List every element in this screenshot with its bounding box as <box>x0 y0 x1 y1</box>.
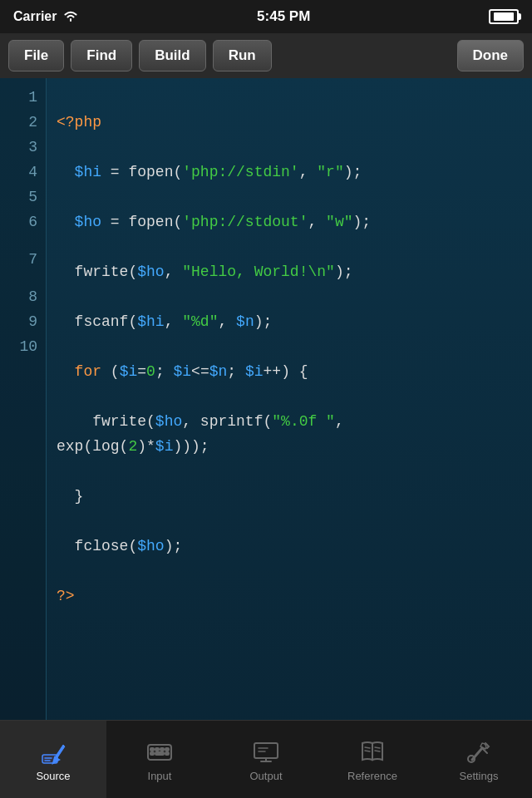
line-num-9: 9 <box>0 309 37 334</box>
toolbar: File Find Build Run Done <box>0 33 532 78</box>
settings-icon <box>464 736 494 766</box>
line-num-3: 3 <box>0 135 37 160</box>
svg-line-14 <box>365 747 370 748</box>
done-button[interactable]: Done <box>457 40 525 71</box>
battery-indicator <box>489 9 519 24</box>
line-num-4: 4 <box>0 160 37 185</box>
svg-rect-6 <box>150 752 154 755</box>
code-line-4: fwrite($ho, "Hello, World!\n"); <box>57 259 525 284</box>
tab-reference[interactable]: Reference <box>319 721 426 798</box>
source-tab-label: Source <box>36 770 70 782</box>
svg-rect-4 <box>160 748 164 751</box>
output-tab-label: Output <box>249 770 282 782</box>
svg-rect-5 <box>165 748 169 751</box>
code-line-10: ?> <box>57 584 525 608</box>
line-num-7: 7 <box>0 234 37 284</box>
code-line-7: fwrite($ho, sprintf("%.0f ", exp(log(2)*… <box>57 409 525 459</box>
tab-input[interactable]: Input <box>106 721 213 798</box>
line-num-6: 6 <box>0 209 37 234</box>
tab-output[interactable]: Output <box>213 721 319 798</box>
wifi-icon <box>63 11 78 22</box>
code-line-2: $hi = fopen('php://stdin', "r"); <box>57 160 525 185</box>
code-content[interactable]: <?php $hi = fopen('php://stdin', "r"); $… <box>47 78 532 760</box>
build-button[interactable]: Build <box>139 40 206 71</box>
code-line-1: <?php <box>57 110 525 135</box>
tab-bar: Source Input <box>0 720 532 798</box>
line-num-1: 1 <box>0 85 37 110</box>
code-line-3: $ho = fopen('php://stdout', "w"); <box>57 209 525 234</box>
run-button[interactable]: Run <box>213 40 272 71</box>
line-num-8: 8 <box>0 284 37 309</box>
code-line-9: fclose($ho); <box>57 534 525 559</box>
find-button[interactable]: Find <box>71 40 132 71</box>
output-icon <box>251 736 281 766</box>
line-num-10: 10 <box>0 334 37 359</box>
svg-rect-3 <box>155 748 159 751</box>
line-numbers: 1 2 3 4 5 6 7 8 9 10 <box>0 78 47 760</box>
svg-line-16 <box>375 747 380 748</box>
reference-tab-label: Reference <box>347 770 397 782</box>
svg-rect-7 <box>155 752 164 755</box>
settings-tab-label: Settings <box>460 770 499 782</box>
source-icon <box>38 736 68 766</box>
svg-rect-8 <box>165 752 169 755</box>
code-line-5: fscanf($hi, "%d", $n); <box>57 309 525 334</box>
svg-line-17 <box>375 751 380 751</box>
code-editor[interactable]: 1 2 3 4 5 6 7 8 9 10 <?php $hi = fopen('… <box>0 78 532 760</box>
status-bar: Carrier 5:45 PM <box>0 0 532 33</box>
code-line-6: for ($i=0; $i<=$n; $i++) { <box>57 359 525 384</box>
carrier-label: Carrier <box>13 9 78 24</box>
svg-line-15 <box>365 751 370 751</box>
line-num-5: 5 <box>0 185 37 209</box>
svg-rect-9 <box>254 743 278 758</box>
tab-settings[interactable]: Settings <box>426 721 532 798</box>
file-button[interactable]: File <box>8 40 64 71</box>
reference-icon <box>357 736 387 766</box>
line-num-2: 2 <box>0 110 37 135</box>
time-label: 5:45 PM <box>257 8 310 25</box>
svg-rect-2 <box>150 748 154 751</box>
input-icon <box>145 736 175 766</box>
code-line-8: } <box>57 484 525 509</box>
input-tab-label: Input <box>148 770 172 782</box>
tab-source[interactable]: Source <box>0 721 106 798</box>
